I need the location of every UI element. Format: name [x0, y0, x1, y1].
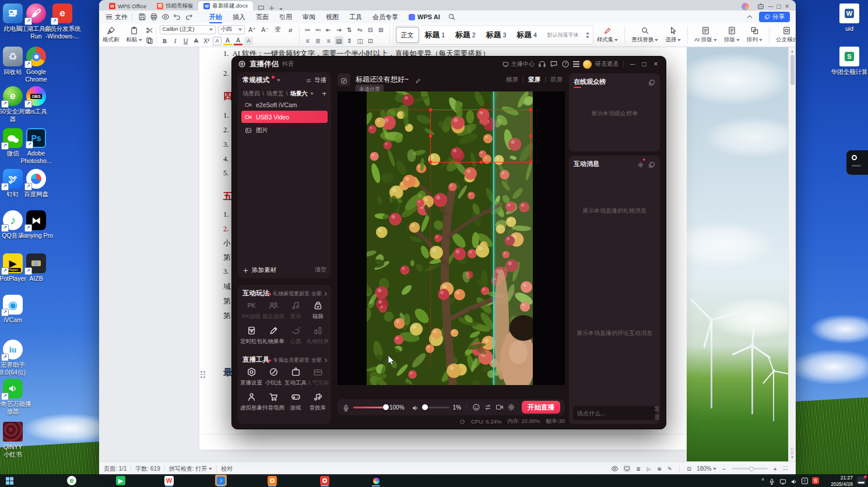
desktop-icon-player-green[interactable]: 爱奇艺万能播放器	[0, 379, 31, 415]
taskbar-wps[interactable]: W	[164, 476, 174, 485]
message-settings-icon[interactable]	[637, 160, 644, 167]
number-list-icon[interactable]: ≕	[314, 25, 322, 34]
strikethrough-button[interactable]: A	[192, 37, 201, 45]
arrange-button[interactable]: 排列	[743, 26, 766, 44]
increase-indent-icon[interactable]: ⇥	[335, 25, 343, 34]
mic-volume-slider[interactable]	[353, 407, 386, 408]
page-view-icon[interactable]	[623, 465, 631, 472]
align-right-icon[interactable]: ≡	[324, 36, 333, 45]
taskbar-live-companion-active[interactable]: ♪	[215, 475, 227, 486]
preview-canvas[interactable]	[338, 91, 565, 385]
tool-lucky-bag[interactable]: 福袋	[307, 301, 329, 320]
stream-title[interactable]: 标题还没有想好~	[356, 75, 409, 84]
tool-douyin-ecommerce[interactable]: 抖音电商	[262, 392, 284, 412]
line-spacing-icon[interactable]: ⇕	[345, 36, 354, 45]
wps-ai-menu[interactable]: WPS AI	[403, 10, 445, 23]
ribbon-tab-review[interactable]: 审阅	[297, 10, 321, 23]
ribbon-tab-view[interactable]: 视图	[321, 10, 344, 23]
ribbon-tab-tools[interactable]: 工具	[344, 10, 367, 23]
paste-button[interactable]: 粘贴	[123, 26, 146, 44]
popout-icon[interactable]	[648, 78, 655, 85]
fit-page-icon[interactable]: ⊡	[684, 464, 693, 473]
search-icon[interactable]	[448, 13, 456, 21]
ribbon-tab-home[interactable]: 开始	[204, 10, 227, 23]
style-heading2[interactable]: 标题2	[451, 30, 480, 40]
scene-tab-active[interactable]: 场景六	[290, 90, 308, 98]
live-close-button[interactable]: ×	[652, 60, 660, 68]
scene-tab[interactable]: 场景五	[266, 90, 284, 98]
anchor-center-button[interactable]: 主播中心	[502, 60, 535, 68]
increase-font-icon[interactable]: A⁺	[248, 25, 256, 34]
status-spellcheck[interactable]: 拼写检查: 打开	[169, 465, 213, 473]
print-icon[interactable]	[150, 13, 158, 21]
char-shading-button[interactable]: A	[244, 37, 253, 45]
highlight-color-button[interactable]: A	[223, 37, 232, 45]
style-heading4[interactable]: 标题4	[512, 30, 542, 40]
sort-icon[interactable]: ⊟	[366, 25, 375, 34]
tray-mic-icon[interactable]	[768, 477, 775, 484]
desktop-icon-baidu-netdisk[interactable]: 百度网盘	[17, 169, 55, 198]
status-proofread[interactable]: 校对	[221, 465, 233, 473]
justify-icon[interactable]: ▤	[335, 36, 343, 45]
live-minimize-button[interactable]: ─	[628, 60, 637, 68]
desktop-icon-aizb[interactable]: AIZB	[17, 253, 55, 283]
tray-sogou-icon[interactable]: S	[812, 477, 819, 484]
edit-mode-icon[interactable]: ✎	[665, 464, 674, 473]
desktop-icon-member-distribution[interactable]: e 会员分发系统-Windows-...	[44, 3, 81, 40]
select-button[interactable]: 选择	[662, 26, 684, 44]
style-gallery-scroll[interactable]	[585, 32, 591, 38]
zoom-level[interactable]: 180%	[697, 465, 716, 472]
tool-red-packet[interactable]: 定时红包	[240, 326, 262, 345]
edit-pencil-icon[interactable]	[415, 76, 421, 82]
style-normal[interactable]: 正文	[396, 27, 419, 43]
source-image[interactable]: 图片	[241, 125, 328, 136]
settings-icon[interactable]	[507, 403, 515, 411]
align-center-icon[interactable]: ≣	[314, 36, 322, 45]
outline-view-icon[interactable]: ≣	[634, 464, 642, 473]
tab-docer-template[interactable]: 稻 找稻壳模板	[152, 1, 199, 10]
ai-layout-button[interactable]: AI 排版	[691, 26, 721, 44]
zoom-slider[interactable]	[732, 468, 768, 470]
user-avatar[interactable]	[583, 60, 592, 69]
start-stream-button[interactable]: 开始直播	[522, 401, 560, 414]
tray-volume-icon[interactable]	[790, 477, 797, 484]
save-icon[interactable]	[138, 13, 146, 21]
desktop-icon-uid-doc[interactable]: W uid	[831, 3, 868, 33]
add-scene-button[interactable]: +	[322, 89, 326, 98]
fullscreen-icon[interactable]: ⛶	[781, 464, 790, 473]
tab-current-doc[interactable]: W 最新搭建.docx	[198, 1, 253, 10]
clear-button[interactable]: 清空	[315, 266, 326, 274]
decrease-font-icon[interactable]: A⁻	[261, 25, 269, 34]
camera-video[interactable]	[367, 91, 533, 385]
ribbon-tab-page[interactable]: 页面	[251, 10, 274, 23]
ribbon-tab-member[interactable]: 会员专享	[367, 10, 403, 23]
collapse-ribbon-icon[interactable]	[746, 13, 754, 21]
decrease-indent-icon[interactable]: ⇤	[324, 25, 333, 34]
notification-center-button[interactable]	[857, 477, 866, 485]
format-painter-button[interactable]: 格式刷	[99, 26, 123, 44]
play-section-notice[interactable]: 礼物展馆更新至全部	[269, 290, 326, 298]
desktop-icon-sheet-doc[interactable]: S 华团全额计算	[831, 47, 868, 76]
text-direction-icon[interactable]: ⇋	[356, 25, 364, 34]
file-menu[interactable]: 文件	[115, 13, 128, 22]
chat-input[interactable]	[577, 410, 654, 417]
tray-expand-caret[interactable]: ^	[761, 478, 764, 484]
bullet-list-icon[interactable]: ≔	[303, 25, 312, 34]
desktop-icon-jianying[interactable]: ⧓ Jianying Pro	[17, 210, 55, 239]
beauty-filter-icon[interactable]	[472, 403, 480, 411]
tool-gift-cast[interactable]: 礼物投屏	[307, 326, 329, 345]
print-preview-icon[interactable]	[161, 13, 170, 21]
mode-landscape[interactable]: 横屏	[506, 76, 518, 84]
account-avatar[interactable]	[742, 3, 749, 10]
border-icon[interactable]: ⊡	[366, 36, 375, 45]
zoom-out-button[interactable]: −	[719, 464, 728, 473]
live-maximize-button[interactable]: □	[640, 60, 648, 68]
taskbar-green-player[interactable]: ▶	[116, 476, 125, 485]
tool-popularity-chest[interactable]: 人气宝箱	[307, 367, 329, 387]
bold-button[interactable]: B	[160, 37, 169, 45]
style-set-button[interactable]: 样式集	[593, 26, 622, 44]
prev-page-icon[interactable]: ⎗	[791, 447, 794, 451]
taskbar-clock[interactable]: 21:27 2025/4/28	[831, 475, 853, 487]
tools-section-notice[interactable]: 专属会员更新至全部	[269, 357, 326, 364]
scroll-up-arrow[interactable]: ▲	[790, 50, 794, 53]
